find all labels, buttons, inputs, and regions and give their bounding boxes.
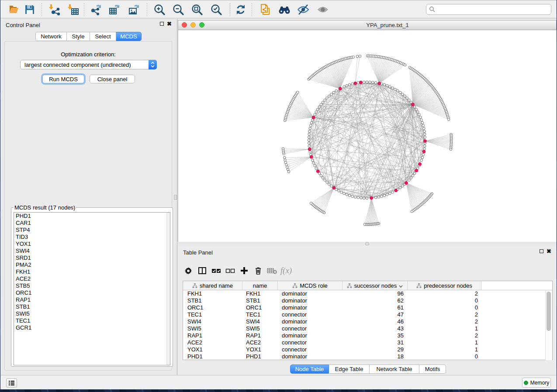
mcds-hub-node[interactable] xyxy=(419,162,422,165)
network-node[interactable] xyxy=(287,168,289,171)
network-node[interactable] xyxy=(450,148,452,151)
tab-select[interactable]: Select xyxy=(90,32,116,41)
network-node[interactable] xyxy=(296,91,299,94)
mcds-hub-node[interactable] xyxy=(332,186,336,189)
mcds-result-item[interactable]: TID3 xyxy=(14,234,170,241)
table-row[interactable]: SWI5SWI5connector431 xyxy=(183,325,552,332)
save-button[interactable] xyxy=(22,2,37,17)
network-node[interactable] xyxy=(348,194,351,197)
network-node[interactable] xyxy=(397,89,399,92)
network-node[interactable] xyxy=(415,108,418,111)
mcds-result-item[interactable]: PMA2 xyxy=(14,261,170,268)
network-node[interactable] xyxy=(343,192,346,195)
network-node[interactable] xyxy=(401,185,404,187)
network-node[interactable] xyxy=(422,124,425,127)
search-box[interactable] xyxy=(426,4,551,15)
export-image-button[interactable] xyxy=(127,2,142,17)
close-icon[interactable]: ✖ xyxy=(547,249,551,253)
import-table-button[interactable] xyxy=(66,2,80,17)
mcds-hub-node[interactable] xyxy=(394,189,398,192)
tab-motifs[interactable]: Motifs xyxy=(419,364,446,374)
zoom-selected-button[interactable] xyxy=(209,2,224,17)
delete-table-button[interactable] xyxy=(266,265,278,276)
mcds-result-item[interactable]: GCR1 xyxy=(14,324,170,331)
table-row[interactable]: TEC1TEC1connector472 xyxy=(183,311,552,318)
network-node[interactable] xyxy=(326,181,329,184)
network-node[interactable] xyxy=(406,97,408,100)
mcds-result-item[interactable]: PHD1 xyxy=(14,213,170,220)
network-node[interactable] xyxy=(386,193,388,196)
network-node[interactable] xyxy=(340,191,343,194)
column-header-shared-name[interactable]: shared name xyxy=(183,281,242,290)
gear-button[interactable] xyxy=(183,265,194,276)
zoom-out-button[interactable] xyxy=(171,2,186,17)
network-node[interactable] xyxy=(351,195,354,198)
network-node[interactable] xyxy=(285,164,288,166)
refresh-layout-button[interactable] xyxy=(233,2,248,17)
function-builder-icon[interactable]: f(x) xyxy=(280,265,292,276)
horizontal-splitter-handle[interactable] xyxy=(365,242,369,245)
show-details-button[interactable] xyxy=(315,2,330,17)
network-node[interactable] xyxy=(308,139,310,141)
network-node[interactable] xyxy=(357,196,360,199)
network-node[interactable] xyxy=(346,84,348,87)
network-node[interactable] xyxy=(399,186,401,189)
mcds-hub-node[interactable] xyxy=(411,103,414,106)
mcds-hub-node[interactable] xyxy=(308,148,311,151)
network-node[interactable] xyxy=(413,172,416,175)
close-panel-button[interactable]: Close panel xyxy=(90,75,135,83)
memory-button[interactable]: Memory xyxy=(522,378,551,388)
network-node[interactable] xyxy=(309,127,311,130)
select-all-button[interactable] xyxy=(211,265,222,276)
network-node[interactable] xyxy=(422,127,425,130)
mcds-hub-node[interactable] xyxy=(359,81,362,84)
network-node[interactable] xyxy=(314,165,316,167)
network-node[interactable] xyxy=(312,162,315,165)
network-node[interactable] xyxy=(383,83,386,86)
table-row[interactable]: PHD1PHD1dominator180 xyxy=(183,353,552,360)
network-node[interactable] xyxy=(363,223,366,226)
network-node[interactable] xyxy=(369,81,371,83)
network-node[interactable] xyxy=(346,193,348,196)
network-node[interactable] xyxy=(283,156,286,159)
network-node[interactable] xyxy=(404,64,406,66)
network-node[interactable] xyxy=(424,136,426,138)
run-mcds-button[interactable]: Run MCDS xyxy=(42,75,84,83)
network-node[interactable] xyxy=(320,175,322,177)
close-icon[interactable]: ✖ xyxy=(167,22,172,26)
network-node[interactable] xyxy=(309,151,311,153)
network-node[interactable] xyxy=(310,121,313,124)
network-node[interactable] xyxy=(316,108,319,111)
table-row[interactable]: STB1STB1dominator620 xyxy=(183,297,552,304)
mcds-hub-node[interactable] xyxy=(312,116,315,119)
network-node[interactable] xyxy=(326,97,329,100)
mcds-hub-node[interactable] xyxy=(310,155,313,158)
copy-network-button[interactable] xyxy=(258,2,273,17)
column-header-successor-nodes[interactable]: successor nodes xyxy=(343,281,408,290)
table-row[interactable]: YOX1YOX1connector291 xyxy=(183,346,552,353)
criterion-dropdown[interactable]: largest connected component (undirected) xyxy=(20,60,157,69)
network-node[interactable] xyxy=(383,194,386,197)
mcds-result-item[interactable]: TEC1 xyxy=(14,317,170,324)
mcds-hub-node[interactable] xyxy=(405,182,408,185)
mcds-hub-node[interactable] xyxy=(339,87,342,90)
network-node[interactable] xyxy=(324,99,326,102)
network-node[interactable] xyxy=(372,81,374,84)
network-node[interactable] xyxy=(308,145,311,148)
network-node[interactable] xyxy=(318,106,321,108)
mcds-result-item[interactable]: ORC1 xyxy=(14,289,170,296)
table-scrollbar[interactable] xyxy=(545,290,552,360)
network-node[interactable] xyxy=(314,113,316,116)
network-node[interactable] xyxy=(366,197,368,199)
network-node[interactable] xyxy=(286,166,288,168)
network-node[interactable] xyxy=(419,116,422,119)
search-input[interactable] xyxy=(436,6,551,13)
float-icon[interactable] xyxy=(540,249,543,253)
network-node[interactable] xyxy=(351,83,354,85)
network-node[interactable] xyxy=(284,161,287,164)
network-node[interactable] xyxy=(424,133,426,136)
network-node[interactable] xyxy=(308,133,311,136)
network-node[interactable] xyxy=(381,195,383,198)
column-header-name[interactable]: name xyxy=(242,281,278,290)
network-node[interactable] xyxy=(352,56,355,58)
